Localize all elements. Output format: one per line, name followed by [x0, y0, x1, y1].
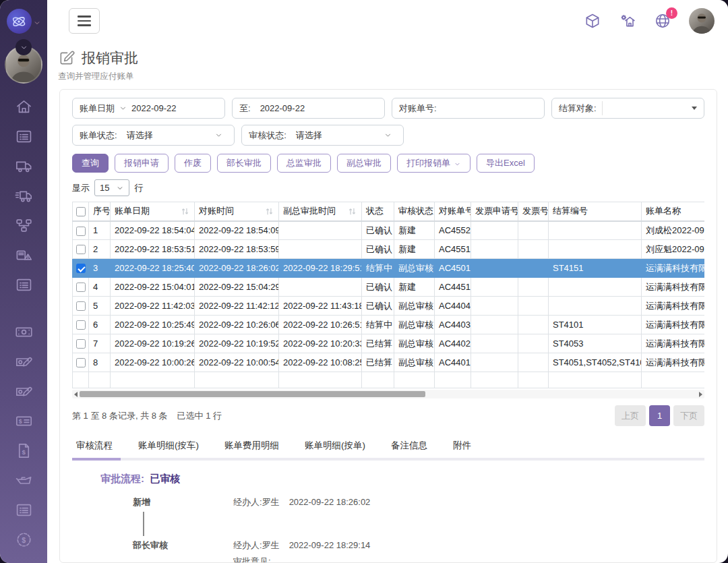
- row-checkbox[interactable]: [76, 227, 86, 236]
- sidebar-item-sitemap-icon[interactable]: [15, 216, 33, 235]
- statement-no-field[interactable]: 对账单号:: [392, 98, 545, 119]
- action-button-1[interactable]: 报销申请: [115, 154, 169, 173]
- svg-text:$: $: [18, 417, 22, 424]
- date-to-field[interactable]: 至: 2022-09-22: [232, 98, 385, 119]
- table-cell: AC4451: [435, 278, 471, 297]
- scrollbar-track[interactable]: [80, 391, 697, 397]
- row-checkbox[interactable]: [76, 245, 86, 254]
- table-cell: 已结算: [362, 334, 394, 353]
- app-logo[interactable]: [7, 9, 41, 34]
- table-header-row: 序号账单日期对账时间副总审批时间状态审核状态对账单号发票申请号发票号结算编号账单…: [73, 202, 705, 221]
- row-checkbox[interactable]: [76, 283, 86, 292]
- tab-4[interactable]: 账单明细(按单): [303, 436, 367, 458]
- prev-page-button[interactable]: 上页: [615, 405, 646, 426]
- row-checkbox[interactable]: [76, 358, 86, 367]
- action-button-2[interactable]: 作废: [175, 154, 211, 173]
- user-avatar[interactable]: [689, 8, 715, 34]
- row-checkbox[interactable]: [76, 320, 86, 330]
- select-all-header[interactable]: [73, 202, 89, 221]
- sort-icon[interactable]: [264, 206, 274, 216]
- atom-logo-icon: [7, 9, 32, 34]
- action-button-3[interactable]: 部长审批: [217, 154, 271, 173]
- select-all-checkbox[interactable]: [76, 207, 86, 216]
- tab-6[interactable]: 附件: [452, 436, 473, 458]
- sidebar-item-money-check-pen-icon[interactable]: [15, 353, 33, 371]
- flow-step: 部长审核经办人:罗生2022-09-22 18:29:14审批意见:: [133, 539, 704, 563]
- sidebar-item-file-invoice-dollar-icon[interactable]: $: [15, 442, 33, 460]
- chevron-down-icon: [384, 131, 392, 140]
- logo-chevron-down-icon[interactable]: [33, 18, 41, 26]
- table-cell: 已结算: [362, 353, 394, 372]
- page-1-button[interactable]: 1: [649, 405, 670, 426]
- table-row[interactable]: 42022-09-22 15:04:012022-09-22 15:04:29已…: [73, 278, 705, 297]
- sidebar-item-truck-icon[interactable]: [15, 157, 33, 175]
- horizontal-scrollbar[interactable]: [72, 390, 704, 398]
- step-detail: 经办人:罗生2022-09-22 18:26:02: [233, 496, 370, 508]
- table-row[interactable]: 32022-09-22 18:25:402022-09-22 18:26:022…: [73, 259, 705, 278]
- table-row[interactable]: 82022-09-22 10:00:262022-09-22 10:00:542…: [73, 353, 705, 372]
- sidebar-item-money-bill-icon[interactable]: [15, 323, 33, 341]
- audit-status-select[interactable]: 审核状态: 请选择: [241, 125, 404, 146]
- table-cell: 2022-09-22 18:29:51: [279, 259, 362, 278]
- sidebar-item-sim-alert-icon[interactable]: [15, 246, 33, 264]
- table-cell: 已确认: [362, 221, 394, 240]
- sidebar-item-list-icon[interactable]: [15, 501, 33, 519]
- table-cell: 2: [89, 240, 111, 259]
- table-cell: ST4051,ST4052,ST4101: [549, 353, 642, 372]
- table-row[interactable]: 52022-09-22 11:42:032022-09-22 11:42:122…: [73, 297, 705, 316]
- sidebar-item-home-icon[interactable]: [15, 98, 33, 116]
- scroll-right-arrow[interactable]: [699, 392, 702, 397]
- table-row[interactable]: 62022-09-22 10:25:492022-09-22 10:26:062…: [73, 316, 705, 334]
- table-cell: [518, 259, 549, 278]
- table-cell: [471, 334, 518, 353]
- sort-icon[interactable]: [180, 206, 190, 216]
- house-gear-icon[interactable]: [619, 12, 636, 30]
- table-cell: 2022-09-22 10:19:26: [111, 334, 195, 353]
- action-button-7[interactable]: 导出Excel: [477, 154, 535, 173]
- scroll-left-arrow[interactable]: [74, 392, 78, 397]
- sidebar-item-list-icon[interactable]: [15, 276, 33, 294]
- column-label: 序号: [93, 205, 111, 217]
- column-header[interactable]: 账单日期: [111, 202, 195, 221]
- tab-3[interactable]: 账单费用明细: [223, 436, 280, 458]
- column-header[interactable]: 副总审批时间: [279, 202, 362, 221]
- cube-icon[interactable]: [584, 12, 601, 30]
- sidebar-item-money-check-pen-icon[interactable]: [15, 382, 33, 401]
- table-cell: 5: [89, 297, 111, 316]
- table-row[interactable]: 22022-09-22 18:53:512022-09-22 18:53:59已…: [73, 240, 705, 259]
- tab-underline: [72, 458, 704, 461]
- next-page-button[interactable]: 下页: [673, 405, 704, 426]
- sidebar-item-money-check-icon[interactable]: $: [15, 412, 33, 430]
- table-cell: [279, 221, 362, 240]
- settle-target-label: 结算对象:: [559, 102, 597, 115]
- sidebar-item-truck-fast-icon[interactable]: [15, 187, 33, 205]
- menu-toggle-button[interactable]: [69, 8, 100, 34]
- sidebar-item-list-icon[interactable]: [15, 127, 33, 146]
- tab-5[interactable]: 备注信息: [390, 436, 429, 458]
- sidebar-item-badge-dollar-icon[interactable]: $: [15, 531, 33, 549]
- settle-target-select[interactable]: 结算对象:: [551, 98, 704, 119]
- row-checkbox[interactable]: [76, 301, 86, 311]
- button-label: 部长审批: [226, 157, 262, 169]
- action-button-5[interactable]: 副总审批: [337, 154, 391, 173]
- action-button-6[interactable]: 打印报销单: [397, 154, 471, 173]
- page-size-prefix: 显示: [72, 182, 90, 194]
- search-button[interactable]: 查询: [72, 154, 109, 173]
- tab-1[interactable]: 审核流程: [75, 436, 114, 458]
- bill-date-field[interactable]: 账单日期 2022-09-22: [72, 98, 225, 119]
- row-checkbox[interactable]: [76, 339, 86, 349]
- table-row[interactable]: 72022-09-22 10:19:262022-09-22 10:19:522…: [73, 334, 705, 353]
- tab-2[interactable]: 账单明细(按车): [137, 436, 200, 458]
- globe-icon[interactable]: !: [654, 12, 671, 30]
- sidebar-item-oil-can-icon[interactable]: [15, 471, 33, 490]
- records-summary: 第 1 至 8 条记录, 共 8 条: [72, 410, 168, 422]
- scrollbar-thumb[interactable]: [80, 391, 425, 397]
- sort-icon[interactable]: [347, 206, 357, 216]
- page-size-select[interactable]: 15: [94, 179, 129, 196]
- sidebar-collapse-button[interactable]: [16, 39, 32, 55]
- bill-status-select[interactable]: 账单状态: 请选择: [72, 125, 235, 146]
- row-checkbox[interactable]: [76, 264, 86, 273]
- action-button-4[interactable]: 总监审批: [277, 154, 331, 173]
- column-header[interactable]: 对账时间: [195, 202, 279, 221]
- table-row[interactable]: 12022-09-22 18:54:042022-09-22 18:54:09已…: [73, 221, 705, 240]
